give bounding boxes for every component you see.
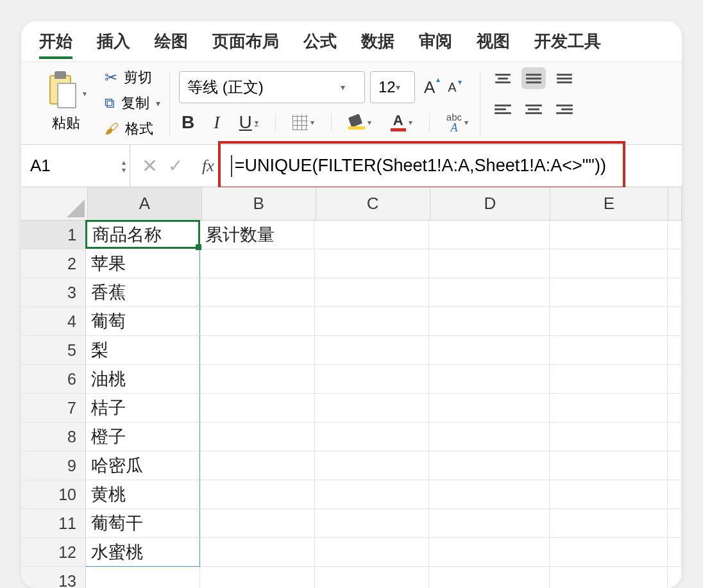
cell-A7[interactable]: 桔子 <box>86 394 200 423</box>
cell-C12[interactable] <box>315 538 429 567</box>
italic-button[interactable]: I <box>211 112 222 133</box>
cell-D5[interactable] <box>429 336 550 365</box>
underline-button[interactable]: U▾ <box>237 112 261 133</box>
tab-insert[interactable]: 插入 <box>97 30 130 59</box>
row-header[interactable]: 5 <box>21 336 86 365</box>
cell-D1[interactable] <box>429 221 550 249</box>
cell-B11[interactable] <box>200 509 314 538</box>
cell-C7[interactable] <box>315 394 429 423</box>
cell-B1[interactable]: 累计数量 <box>200 221 315 249</box>
cell-tail[interactable] <box>668 307 682 336</box>
cell-A8[interactable]: 橙子 <box>86 423 200 451</box>
cell-B12[interactable] <box>200 538 314 567</box>
cell-tail[interactable] <box>668 538 682 567</box>
phonetic-guide-button[interactable]: abcA ▾ <box>444 112 471 133</box>
cell-E6[interactable] <box>550 365 668 394</box>
cell-A6[interactable]: 油桃 <box>86 365 200 394</box>
cell-tail[interactable] <box>668 365 682 394</box>
cell-B7[interactable] <box>200 394 314 423</box>
cell-E8[interactable] <box>550 423 668 451</box>
cell-A12[interactable]: 水蜜桃 <box>86 538 200 567</box>
accept-formula-button[interactable]: ✓ <box>168 155 183 176</box>
cell-tail[interactable] <box>668 509 682 538</box>
cell-tail[interactable] <box>668 278 682 307</box>
align-bottom-button[interactable] <box>552 67 577 89</box>
tab-review[interactable]: 审阅 <box>419 30 452 59</box>
row-header[interactable]: 9 <box>21 451 86 480</box>
row-header[interactable]: 11 <box>21 509 86 538</box>
cell-C4[interactable] <box>315 307 429 336</box>
row-header[interactable]: 8 <box>21 423 86 451</box>
tab-home[interactable]: 开始 <box>39 30 72 59</box>
cancel-formula-button[interactable]: ✕ <box>142 155 158 177</box>
cell-E4[interactable] <box>550 307 668 336</box>
bold-button[interactable]: B <box>179 112 197 133</box>
col-header-A[interactable]: A <box>88 187 202 221</box>
cell-B2[interactable] <box>200 249 314 278</box>
copy-button[interactable]: ⧉ 复制 ▾ <box>105 94 160 113</box>
cell-E3[interactable] <box>550 278 668 307</box>
row-header[interactable]: 7 <box>21 394 86 423</box>
cell-B8[interactable] <box>200 423 314 451</box>
cell-E7[interactable] <box>550 394 668 423</box>
row-header[interactable]: 1 <box>21 221 86 249</box>
cell-E1[interactable] <box>550 221 668 249</box>
cell-D4[interactable] <box>429 307 550 336</box>
cell-tail[interactable] <box>668 221 682 249</box>
decrease-font-button[interactable]: A▾ <box>444 79 460 96</box>
cell-E10[interactable] <box>550 480 668 509</box>
tab-draw[interactable]: 绘图 <box>155 30 188 59</box>
increase-font-button[interactable]: A▴ <box>420 76 439 99</box>
cell-D9[interactable] <box>429 451 550 480</box>
row-header[interactable]: 3 <box>21 278 86 307</box>
cell-D2[interactable] <box>429 249 550 278</box>
align-right-button[interactable] <box>552 98 577 120</box>
align-center-button[interactable] <box>521 98 546 120</box>
cell-tail[interactable] <box>668 394 682 423</box>
row-header[interactable]: 12 <box>21 538 86 567</box>
cell-E11[interactable] <box>550 509 668 538</box>
tab-data[interactable]: 数据 <box>361 30 394 59</box>
paste-dropdown[interactable]: ▾ <box>83 89 87 98</box>
cell-C1[interactable] <box>314 221 429 249</box>
row-header[interactable]: 13 <box>21 567 86 588</box>
cell-B5[interactable] <box>200 336 314 365</box>
cell-E5[interactable] <box>550 336 668 365</box>
row-header[interactable]: 6 <box>21 365 86 394</box>
cell-tail[interactable] <box>668 423 682 451</box>
cell-A2[interactable]: 苹果 <box>86 249 200 278</box>
cell-D11[interactable] <box>429 509 550 538</box>
name-box[interactable]: A1 ▴▾ <box>21 145 130 187</box>
cell-A4[interactable]: 葡萄 <box>86 307 200 336</box>
cell-A11[interactable]: 葡萄干 <box>86 509 200 538</box>
cell-E9[interactable] <box>550 451 668 480</box>
formula-input[interactable] <box>235 156 673 176</box>
tab-formulas[interactable]: 公式 <box>303 30 337 59</box>
format-painter-button[interactable]: 🖌 格式 <box>105 119 160 139</box>
font-size-select[interactable]: 12 ▾ <box>370 71 415 103</box>
cell-D10[interactable] <box>429 480 550 509</box>
cell-D6[interactable] <box>429 365 550 394</box>
cell-D7[interactable] <box>429 394 550 423</box>
cell-C8[interactable] <box>315 423 429 451</box>
cell-C3[interactable] <box>315 278 429 307</box>
cell-A9[interactable]: 哈密瓜 <box>86 451 200 480</box>
cell-C10[interactable] <box>315 480 429 509</box>
cell-B10[interactable] <box>200 480 314 509</box>
cell-E2[interactable] <box>550 249 668 278</box>
cell-D8[interactable] <box>429 423 550 451</box>
cell-B4[interactable] <box>200 307 314 336</box>
cell-C6[interactable] <box>315 365 429 394</box>
cell-B6[interactable] <box>200 365 314 394</box>
cell-D13[interactable] <box>429 567 550 588</box>
row-header[interactable]: 10 <box>21 480 86 509</box>
tab-view[interactable]: 视图 <box>477 30 510 59</box>
cell-C5[interactable] <box>315 336 429 365</box>
cell-B13[interactable] <box>200 567 314 588</box>
col-header-B[interactable]: B <box>202 187 316 221</box>
cell-C13[interactable] <box>315 567 429 588</box>
col-header-C[interactable]: C <box>316 187 430 221</box>
cell-C2[interactable] <box>315 249 429 278</box>
cell-tail[interactable] <box>668 480 682 509</box>
cell-B3[interactable] <box>200 278 314 307</box>
